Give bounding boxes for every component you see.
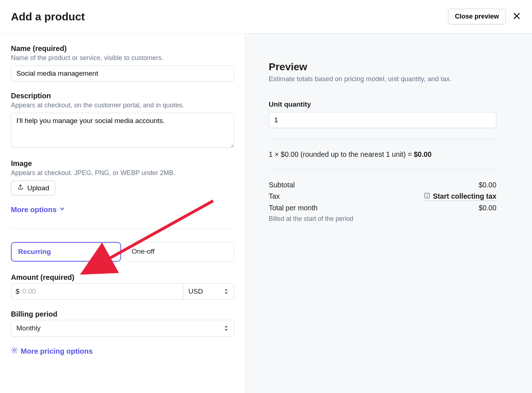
- upload-button-label: Upload: [27, 184, 49, 192]
- preview-subtitle: Estimate totals based on pricing model, …: [269, 75, 496, 83]
- unit-quantity-input[interactable]: [269, 112, 496, 128]
- divider: [269, 170, 496, 170]
- pricing-type-oneoff[interactable]: One-off: [125, 242, 234, 262]
- select-updown-icon: [224, 288, 229, 295]
- calculation-total: $0.00: [414, 150, 432, 158]
- upload-button[interactable]: Upload: [11, 180, 55, 195]
- amount-field: Amount (required) $ USD: [11, 273, 234, 300]
- unit-quantity-label: Unit quantity: [269, 100, 496, 108]
- name-field: Name (required) Name of the product or s…: [11, 44, 234, 82]
- billing-period-value: Monthly: [16, 324, 41, 332]
- name-hint: Name of the product or service, visible …: [11, 54, 234, 62]
- currency-select[interactable]: USD: [183, 283, 234, 300]
- currency-value: USD: [188, 287, 203, 295]
- tax-label: Tax: [269, 192, 280, 201]
- total-value: $0.00: [479, 204, 496, 212]
- billing-period-select[interactable]: Monthly: [11, 320, 234, 337]
- more-options-toggle[interactable]: More options: [11, 206, 65, 214]
- billing-period-label: Billing period: [11, 310, 234, 318]
- svg-point-0: [13, 349, 15, 351]
- image-hint: Appears at checkout. JPEG, PNG, or WEBP …: [11, 169, 234, 177]
- close-preview-button[interactable]: Close preview: [448, 9, 506, 24]
- page-header: Add a product Close preview: [0, 0, 532, 33]
- tax-link-label: Start collecting tax: [433, 192, 496, 201]
- more-pricing-options-toggle[interactable]: More pricing options: [11, 347, 93, 356]
- select-updown-icon: [224, 325, 229, 332]
- name-label: Name (required): [11, 44, 234, 53]
- start-collecting-tax-link[interactable]: Start collecting tax: [424, 192, 496, 201]
- image-field: Image Appears at checkout. JPEG, PNG, or…: [11, 159, 234, 195]
- image-label: Image: [11, 159, 234, 168]
- billing-period-field: Billing period Monthly: [11, 310, 234, 337]
- total-label: Total per month: [269, 204, 317, 212]
- description-label: Description: [11, 92, 234, 100]
- subtotal-label: Subtotal: [269, 181, 295, 189]
- amount-input[interactable]: [23, 287, 179, 295]
- tax-row: Tax Start collecting tax: [269, 192, 496, 201]
- more-pricing-options-label: More pricing options: [21, 347, 93, 356]
- total-row: Total per month $0.00: [269, 204, 496, 212]
- close-icon[interactable]: [513, 12, 520, 22]
- header-actions: Close preview: [448, 9, 520, 24]
- calculation-line: 1 × $0.00 (rounded up to the nearest 1 u…: [269, 150, 496, 159]
- divider: [11, 229, 234, 229]
- more-options-label: More options: [11, 206, 57, 214]
- billed-note: Billed at the start of the period: [269, 215, 496, 223]
- gear-icon: [11, 347, 18, 356]
- calculation-text: 1 × $0.00 (rounded up to the nearest 1 u…: [269, 150, 414, 158]
- description-field: Description Appears at checkout, on the …: [11, 92, 234, 149]
- subtotal-row: Subtotal $0.00: [269, 181, 496, 189]
- description-hint: Appears at checkout, on the customer por…: [11, 102, 234, 109]
- amount-label: Amount (required): [11, 273, 234, 282]
- upload-icon: [17, 184, 24, 192]
- chevron-down-icon: [59, 206, 65, 214]
- page-title: Add a product: [11, 11, 85, 23]
- pricing-type-recurring[interactable]: Recurring: [11, 242, 121, 262]
- preview-panel: Preview Estimate totals based on pricing…: [245, 33, 532, 393]
- subtotal-value: $0.00: [479, 181, 496, 189]
- amount-prefix: $: [16, 287, 20, 295]
- description-input[interactable]: [11, 113, 234, 148]
- pricing-type-group: Recurring One-off: [11, 242, 234, 262]
- name-input[interactable]: [11, 66, 234, 82]
- info-icon: [424, 192, 430, 201]
- form-panel: Name (required) Name of the product or s…: [0, 33, 245, 393]
- divider: [269, 139, 496, 139]
- amount-input-wrap: $: [11, 283, 183, 300]
- preview-title: Preview: [269, 61, 496, 73]
